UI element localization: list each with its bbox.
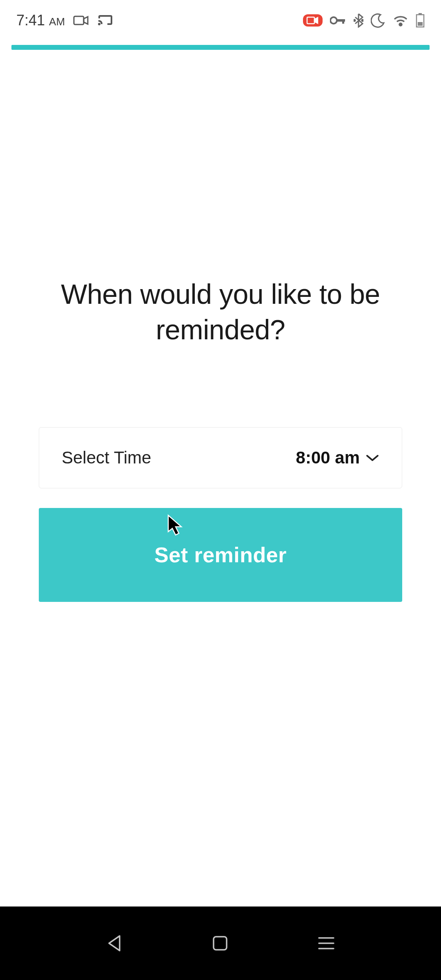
do-not-disturb-icon	[371, 13, 385, 28]
main-content: When would you like to be reminded? Sele…	[0, 276, 441, 602]
svg-point-1	[98, 23, 100, 25]
status-left: 7:41 AM	[16, 12, 113, 29]
battery-icon	[416, 13, 425, 28]
set-reminder-label: Set reminder	[154, 543, 287, 567]
time-select-label: Select Time	[62, 448, 151, 468]
svg-rect-11	[418, 22, 423, 26]
nav-back-button[interactable]	[106, 933, 123, 953]
clock-ampm: AM	[49, 16, 65, 28]
vpn-key-icon	[330, 16, 346, 25]
status-bar: 7:41 AM	[0, 0, 441, 41]
time-select-card[interactable]: Select Time 8:00 am	[39, 427, 402, 488]
svg-rect-12	[214, 937, 227, 950]
nav-recent-button[interactable]	[317, 936, 335, 951]
svg-point-8	[399, 23, 402, 26]
page-heading: When would you like to be reminded?	[39, 276, 402, 347]
recording-badge-icon	[303, 14, 323, 27]
clock-time: 7:41	[16, 12, 45, 29]
camera-icon	[73, 15, 89, 26]
status-right	[303, 13, 425, 28]
cast-icon	[98, 14, 113, 27]
svg-rect-5	[342, 19, 344, 24]
chevron-down-icon	[365, 454, 379, 462]
navigation-bar	[0, 906, 441, 980]
svg-point-7	[362, 20, 363, 21]
bluetooth-icon	[354, 13, 363, 28]
time-select-value: 8:00 am	[296, 448, 360, 468]
svg-rect-2	[307, 17, 314, 24]
status-time: 7:41 AM	[16, 12, 65, 29]
svg-point-3	[330, 17, 337, 24]
set-reminder-button[interactable]: Set reminder	[39, 508, 402, 602]
wifi-icon	[393, 14, 408, 27]
svg-point-6	[354, 20, 355, 21]
nav-home-button[interactable]	[212, 935, 229, 952]
svg-rect-0	[74, 16, 84, 24]
progress-bar	[11, 45, 430, 50]
time-select-value-wrap[interactable]: 8:00 am	[296, 448, 379, 468]
